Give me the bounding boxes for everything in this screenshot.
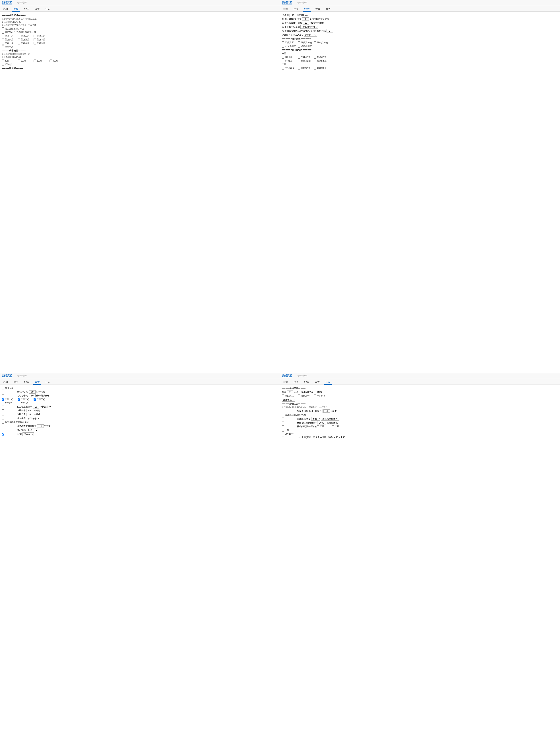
cb-3star-input[interactable] [317,425,319,428]
cb-xm3[interactable]: 星魂三层 [34,34,48,37]
cb-xm10[interactable]: 星魂十层 [2,46,16,49]
cb-xl52-input[interactable] [314,41,316,44]
cb-save2[interactable]: 存第二行 [18,398,32,401]
cb-xm6[interactable]: 星魂六层 [34,38,48,41]
cb-boss2[interactable]: 2祖玛教主 [298,56,312,59]
cb-attack-mode-input[interactable] [2,429,4,431]
cb-relics-guard[interactable]: 遗迹神卫(打高级神卫) [282,413,306,417]
cb-encounter-input[interactable] [2,417,4,420]
boss-countdown-ms[interactable] [302,18,309,21]
cb-timer-huoji-input[interactable] [2,391,4,393]
cb-kill-protect-input[interactable] [2,421,4,424]
moshou-hour-value[interactable] [323,409,330,413]
cb-rate50[interactable]: 50倍 [2,59,16,62]
cb-xl52[interactable]: 52血煞神使 [314,41,328,44]
tab-settings-tr[interactable]: 设置 [314,6,322,11]
cb-xl51[interactable]: 51修罗神使 [298,41,312,44]
cb-xm8-input[interactable] [18,42,20,45]
hp-random-value[interactable] [26,409,33,412]
cb-xm4-input[interactable] [2,38,4,41]
cb-xm4[interactable]: 星魂四层 [2,38,16,41]
cb-huoji[interactable]: 包满火祭 [2,387,16,390]
cb-boss-contest[interactable] [282,436,296,439]
cb-save4-input[interactable] [2,402,4,404]
tab-boss-tl[interactable]: boss [23,6,30,11]
tab-task-br[interactable]: 任务 [324,380,332,385]
encounter-select[interactable]: 自动杀敌 跑路 忽略 [27,417,40,420]
cb-guard-dungeon[interactable]: 守护副本 [314,394,328,397]
cb-timer-storage[interactable] [2,395,16,397]
cb-blood-dragon-input[interactable] [282,418,284,420]
cb-rate1000[interactable]: 1000倍 [2,63,16,66]
tab-boss-br[interactable]: boss [303,380,311,385]
blood-dragon-server-select[interactable]: 本服 跨服 [311,417,320,421]
cb-hp-random[interactable] [2,409,16,412]
cb-moshou-input[interactable] [282,410,284,412]
tab-task-tr[interactable]: 任务 [325,6,332,11]
cb-xm9-input[interactable] [34,42,36,45]
cb-rate500[interactable]: 500倍 [50,59,64,62]
cb-boss2-input[interactable] [298,56,300,59]
cb-only-xingmao-input[interactable] [2,31,4,34]
cb-xl50-input[interactable] [282,41,284,44]
cb-updated-10[interactable]: 我的区已更新了10层 [2,27,25,30]
cb-blood-dragon[interactable] [282,418,296,420]
boss-interval-reduce[interactable] [327,29,333,32]
cb-xl53-input[interactable] [282,45,284,48]
cb-rate100[interactable]: 100倍 [18,59,32,62]
cb-xm5[interactable]: 星魂五层 [18,38,32,41]
cb-kill-hp[interactable] [2,425,16,427]
cb-boss7-input[interactable] [282,67,284,69]
cb-xm6-input[interactable] [34,38,36,41]
moshou-area-select[interactable]: 外围 内部 [314,409,323,413]
cb-relics-guard-input[interactable] [282,414,284,416]
hp-healer-value[interactable] [33,405,39,408]
cb-fast-find-input[interactable] [282,422,284,424]
cb-xm5-input[interactable] [18,38,20,41]
cb-save2-input[interactable] [18,398,20,401]
cb-final-battle-input[interactable] [282,433,284,435]
cb-xl54[interactable]: 54寒冰神使 [298,45,312,48]
timer-storage-value[interactable] [29,394,35,397]
hp-city-value[interactable] [26,413,33,416]
tab-map-tl[interactable]: 地图 [12,6,20,11]
cb-guard-dungeon-input[interactable] [314,395,316,397]
cb-rate1000-input[interactable] [2,63,4,66]
cb-xm1[interactable]: 星魂一层 [2,34,16,37]
tab-boss-tr[interactable]: boss [303,6,311,11]
cb-kill-hp-input[interactable] [2,425,4,427]
cb-attack-mode[interactable] [2,429,16,431]
tab-help-br[interactable]: 帮助 [282,380,289,385]
cb-save5-input[interactable] [18,402,20,404]
cb-boss8[interactable]: 8魔龙教主 [298,66,312,70]
cb-updated-10-input[interactable] [2,27,4,30]
cb-save3[interactable]: 存第三行 [34,398,48,401]
cb-xm7[interactable]: 星魂七层 [2,42,16,45]
cb-boss5[interactable]: 5双头金刚 [298,59,312,62]
cb-boss7[interactable]: 7赤月恶魔 [282,66,296,70]
cb-1star[interactable]: 一星 [282,429,296,432]
cb-xm3-input[interactable] [34,35,36,37]
tab-help-tl[interactable]: 帮助 [2,6,9,11]
cb-xm2-input[interactable] [18,35,20,37]
boss-interval-select[interactable]: 原时间 减少时间 [304,33,317,37]
cb-boss8-input[interactable] [298,67,300,69]
tab-help-bl[interactable]: 帮助 [2,380,9,385]
cb-boss4-input[interactable] [282,60,284,62]
cb-1star-input[interactable] [282,429,284,432]
cb-3star[interactable]: 三星 [317,425,331,428]
cb-monthly-card-input[interactable] [298,395,300,397]
cb-fast-find[interactable] [282,422,296,424]
cb-xl50[interactable]: 50修罗王 [282,41,296,44]
boss-kicked-count[interactable] [302,21,309,25]
cb-xl53[interactable]: 53火焰神使 [282,45,296,48]
cb-xm2[interactable]: 星魂二层 [18,34,32,37]
cb-rate50-input[interactable] [2,59,4,62]
cb-timer-storage-input[interactable] [2,395,4,397]
cb-xm8[interactable]: 星魂八层 [18,42,32,45]
cb-xl51-input[interactable] [298,41,300,44]
cb-save1-input[interactable] [2,398,4,401]
timer-huoji-value[interactable] [29,390,35,394]
tab-task-tl[interactable]: 任务 [44,6,52,11]
kill-hp-value[interactable] [37,425,44,428]
